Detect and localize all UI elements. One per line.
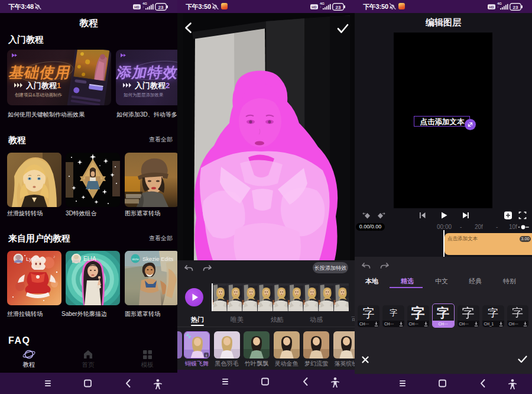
svg-text:如何为图层添加效果: 如何为图层添加效果 <box>124 92 164 98</box>
svg-text:HD: HD <box>312 5 316 8</box>
svg-text:教程: 教程 <box>23 361 35 368</box>
svg-text:ELIA: ELIA <box>83 256 96 262</box>
svg-text:入门教程2: 入门教程2 <box>134 81 170 90</box>
svg-text:♪: ♪ <box>53 254 56 259</box>
svg-text:首页: 首页 <box>82 361 95 368</box>
svg-text:模板: 模板 <box>141 361 154 368</box>
svg-text:HD: HD <box>134 5 139 8</box>
svg-text:HD: HD <box>489 5 494 8</box>
svg-text:基础使用: 基础使用 <box>7 64 73 80</box>
svg-text:入门教程1: 入门教程1 <box>25 81 61 90</box>
svg-text:Skezie Edits: Skezie Edits <box>142 256 174 262</box>
svg-text:创建项目&基础动画制作: 创建项目&基础动画制作 <box>15 92 63 98</box>
svg-text:23: 23 <box>513 5 518 10</box>
svg-text:23: 23 <box>336 5 341 10</box>
svg-text:skzie: skzie <box>132 257 139 261</box>
svg-text:LynCx: LynCx <box>26 256 42 262</box>
svg-text:23: 23 <box>158 5 164 10</box>
svg-text:添加特效: 添加特效 <box>116 64 177 80</box>
